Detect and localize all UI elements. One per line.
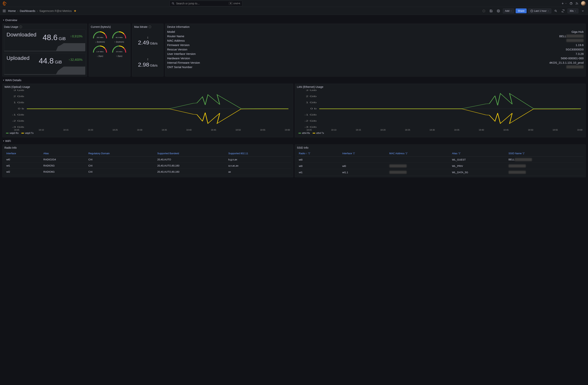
x-tick: 18:25 xyxy=(405,129,410,131)
device-info-row: Firmware Version1.19.6 xyxy=(167,43,584,47)
data-usage-uploaded: Uploaded 44.8GiB ↑32,400% xyxy=(4,53,85,75)
refresh-button[interactable] xyxy=(560,8,566,14)
arrow-up-icon: ↑ xyxy=(116,55,117,57)
svg-text:252 KiB/s: 252 KiB/s xyxy=(97,37,104,38)
max-bitrate-up: ↑ 2.98Gib/s xyxy=(138,57,158,68)
table-header[interactable]: MAC Address xyxy=(387,150,450,157)
zoom-out-button[interactable] xyxy=(553,8,559,14)
panel-info-button[interactable]: i xyxy=(481,8,487,14)
table-row[interactable]: wl1wl1.1xxxxxxWL_DATA_5Gxxxxxx xyxy=(297,169,584,176)
settings-button[interactable] xyxy=(496,8,501,14)
gauge-down: 1.97 Mib/s ↓(bps) xyxy=(91,44,109,57)
panel-title: Current (bytes/s) xyxy=(91,25,128,28)
panel-title: Data Usage xyxy=(4,25,18,28)
share-button[interactable]: Share xyxy=(516,8,526,13)
panel-title: WAN (Optical) Usage xyxy=(4,85,291,88)
menu-icon[interactable] xyxy=(2,9,6,13)
table-row[interactable]: wl0WL_GUESTBELLxxxxxx xyxy=(297,157,584,163)
section-wifi-header[interactable]: ▾WiFi xyxy=(2,137,586,144)
info-icon[interactable]: i xyxy=(19,25,22,28)
save-button[interactable] xyxy=(488,8,494,14)
table-header[interactable]: Interface xyxy=(4,150,42,157)
chevron-down-icon[interactable] xyxy=(565,2,567,5)
arrow-up-icon: ↑ xyxy=(68,58,70,61)
gauge-down: 252 KiB/s ↓(bytes/s) xyxy=(91,30,109,43)
svg-text:0 b: 0 b xyxy=(18,108,24,110)
arrow-down-icon: ↓ xyxy=(138,35,158,39)
kiosk-button[interactable] xyxy=(580,8,586,14)
zoom-out-icon xyxy=(554,9,557,12)
section-wan-header[interactable]: ▾WAN Details xyxy=(2,77,586,84)
device-info-row: ModelGiga Hub xyxy=(167,30,584,34)
arrow-up-icon: ↑ xyxy=(70,35,72,38)
x-tick: 18:10 xyxy=(39,129,44,131)
table-header[interactable]: Alias xyxy=(42,150,86,157)
x-tick: 18:15 xyxy=(63,129,68,131)
table-header[interactable]: Supported 802.11 xyxy=(227,150,291,157)
user-avatar[interactable] xyxy=(581,1,586,6)
table-header[interactable]: Regulatory Domain xyxy=(86,150,155,157)
x-tick: 18:20 xyxy=(380,129,386,131)
section-wifi-label: WiFi xyxy=(5,139,11,142)
legend-item[interactable]: veip0 Tx xyxy=(21,132,34,135)
table-row[interactable]: wl0wl0xxxxxxWL_PRIVxxxxxx xyxy=(297,163,584,169)
table-row[interactable]: wl1RADIO5GCAI20,40,AUTO,80,160a,n,ac,ax xyxy=(4,163,291,169)
star-icon[interactable]: ★ xyxy=(74,9,76,13)
time-range-picker[interactable]: Last 1 hour xyxy=(528,8,551,13)
chevron-down-icon xyxy=(547,9,549,12)
save-icon xyxy=(490,9,493,12)
svg-text:1 Gib: 1 Gib xyxy=(13,101,24,104)
radio-info-table: InterfaceAliasRegulatory DomainSupported… xyxy=(4,150,291,175)
refresh-icon xyxy=(562,9,565,12)
section-overview-label: Overview xyxy=(5,19,17,22)
filter-icon[interactable] xyxy=(458,152,461,155)
legend-item[interactable]: veip0 Rx xyxy=(6,132,19,135)
device-info-row: Rescue VersionSGC83000D0 xyxy=(167,47,584,52)
svg-text:-3 Gib: -3 Gib xyxy=(12,126,24,128)
table-header[interactable]: SSID Name xyxy=(507,150,584,157)
grafana-logo-icon[interactable] xyxy=(2,1,7,6)
chevron-down-icon xyxy=(574,9,576,12)
svg-text:-2 Gib: -2 Gib xyxy=(304,120,317,122)
info-icon[interactable]: i xyxy=(148,25,151,28)
panel-lan-usage: LAN (Ethernet) Usage 3 Gib2 Gib1 Gib0 b-… xyxy=(295,84,586,137)
help-icon[interactable] xyxy=(569,2,573,5)
filter-icon[interactable] xyxy=(405,152,408,155)
svg-text:2 Gib: 2 Gib xyxy=(13,95,24,98)
panel-ssid-info: SSID Info Radio ↑ Interface MAC Address … xyxy=(295,144,586,177)
gauge-up: 372 Kib/s ↑(bps) xyxy=(110,44,128,57)
breadcrumb-home[interactable]: Home xyxy=(8,9,16,12)
refresh-interval-picker[interactable]: 30s xyxy=(567,8,578,13)
plus-icon[interactable] xyxy=(561,2,564,5)
chart-svg: 3 Gib2 Gib1 Gib0 b-1 Gib-2 Gib-3 Gib xyxy=(4,90,291,128)
add-button[interactable]: Add xyxy=(503,8,514,13)
device-info-row: User Interface Version7.3.28 xyxy=(167,52,584,56)
table-header[interactable]: Interface xyxy=(340,150,387,157)
breadcrumb-dashboards[interactable]: Dashboards xyxy=(20,9,35,12)
panel-title: Device Information xyxy=(167,25,584,28)
bitrate-up-unit: Gib/s xyxy=(150,64,158,67)
svg-text:3 Gib: 3 Gib xyxy=(13,90,24,92)
legend-item[interactable]: eth4 Rx xyxy=(298,132,310,135)
x-tick: 18:40 xyxy=(186,129,192,131)
chevron-down-icon xyxy=(510,9,512,12)
search-placeholder: Search or jump to... xyxy=(176,2,200,5)
legend-item[interactable]: eth4 Tx xyxy=(313,132,324,135)
news-icon[interactable] xyxy=(575,2,578,5)
table-header[interactable]: Radio ↑ xyxy=(297,150,340,157)
breadcrumb-current: Sagemcom F@st Metrics xyxy=(39,9,72,12)
filter-icon[interactable] xyxy=(353,152,355,155)
filter-icon[interactable] xyxy=(522,152,525,155)
table-header[interactable]: Supported Bandwid xyxy=(155,150,226,157)
uploaded-unit: GiB xyxy=(55,60,62,65)
filter-icon[interactable] xyxy=(308,152,310,155)
chevron-down-icon xyxy=(581,9,584,12)
search-input[interactable]: Search or jump to... ⌘cmd+k xyxy=(169,0,242,6)
panel-title: Max bitrate xyxy=(134,25,147,28)
table-row[interactable]: wl2RADIO6GCAI20,40,AUTO,80,160ax xyxy=(4,169,291,175)
section-overview-header[interactable]: ▾Overview xyxy=(2,17,586,24)
svg-text:2 Gib: 2 Gib xyxy=(306,95,317,98)
table-header[interactable]: Alias xyxy=(450,150,506,157)
x-tick: 18:30 xyxy=(429,129,435,131)
table-row[interactable]: wl0RADIO2G4CAI20,40,AUTOb,g,n,ax xyxy=(4,157,291,163)
